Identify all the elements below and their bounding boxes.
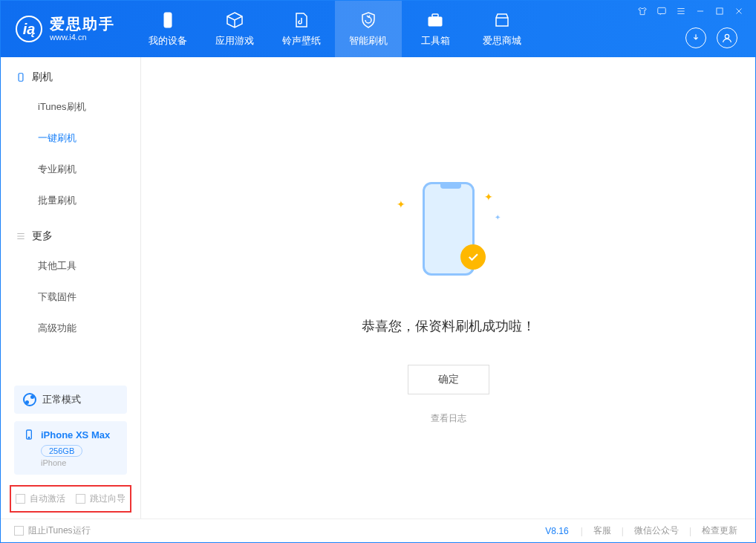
check-badge-icon [460, 244, 486, 270]
success-illustration: ✦ ✦ ✦ [367, 176, 530, 287]
maximize-icon[interactable] [714, 5, 726, 17]
nav-toolbox[interactable]: 工具箱 [402, 1, 469, 57]
version-label: V8.16 [545, 526, 568, 536]
separator: | [622, 526, 624, 536]
sidebar-item-other-tools[interactable]: 其他工具 [1, 250, 140, 282]
close-icon[interactable] [733, 5, 745, 17]
sidebar-item-advanced[interactable]: 高级功能 [1, 313, 140, 344]
cube-icon [225, 10, 244, 30]
nav-label: 我的设备 [149, 34, 187, 48]
device-capacity: 256GB [41, 445, 82, 457]
sidebar-item-pro-flash[interactable]: 专业刷机 [1, 154, 140, 185]
shield-refresh-icon [359, 10, 378, 30]
sidebar-items: 其他工具 下载固件 高级功能 [1, 250, 140, 344]
main-content: ✦ ✦ ✦ 恭喜您，保资料刷机成功啦！ 确定 查看日志 [141, 57, 755, 518]
svg-rect-6 [19, 74, 23, 82]
checkbox-label: 自动激活 [30, 492, 65, 505]
svg-rect-2 [432, 14, 438, 17]
checkbox-label: 跳过向导 [90, 492, 126, 505]
sparkle-icon: ✦ [495, 213, 501, 221]
account-button[interactable] [717, 27, 737, 48]
sidebar: 刷机 iTunes刷机 一键刷机 专业刷机 批量刷机 更多 其他工具 下载固件 … [1, 57, 141, 518]
sparkle-icon: ✦ [397, 198, 405, 210]
mode-label: 正常模式 [42, 393, 81, 406]
window-controls [633, 1, 748, 22]
device-phone-icon [23, 429, 35, 440]
header-right [633, 1, 748, 57]
sidebar-header-more: 更多 [1, 230, 140, 250]
feedback-icon[interactable] [656, 5, 668, 17]
phone-icon [16, 72, 26, 82]
minimize-icon[interactable] [694, 5, 706, 17]
nav-label: 应用游戏 [215, 34, 254, 48]
sidebar-item-download-firmware[interactable]: 下载固件 [1, 282, 140, 313]
sidebar-section-more: 更多 其他工具 下载固件 高级功能 [1, 216, 140, 344]
toolbox-icon [426, 10, 445, 30]
link-check-update[interactable]: 检查更新 [697, 524, 742, 537]
checkbox-auto-activate[interactable]: 自动激活 [16, 492, 65, 505]
spacer [1, 344, 140, 386]
mode-icon [23, 393, 36, 406]
logo-area: ią 爱思助手 www.i4.cn [1, 1, 130, 57]
sidebar-item-batch-flash[interactable]: 批量刷机 [1, 185, 140, 216]
nav-apps-games[interactable]: 应用游戏 [201, 1, 268, 57]
sidebar-item-itunes-flash[interactable]: iTunes刷机 [1, 91, 140, 123]
separator: | [689, 526, 691, 536]
header: ią 爱思助手 www.i4.cn 我的设备 应用游戏 铃声壁纸 智能刷机 [1, 1, 755, 57]
device-icon [158, 10, 177, 30]
music-file-icon [292, 10, 311, 30]
view-log-link[interactable]: 查看日志 [431, 412, 466, 425]
separator: | [581, 526, 583, 536]
nav-smart-flash[interactable]: 智能刷机 [335, 1, 402, 57]
menu-icon[interactable] [675, 5, 687, 17]
ok-button[interactable]: 确定 [408, 365, 489, 394]
app-logo-icon: ią [16, 16, 42, 42]
logo-text: 爱思助手 www.i4.cn [50, 15, 115, 42]
nav-store[interactable]: 爱思商城 [469, 1, 535, 57]
svg-rect-3 [658, 7, 666, 13]
section-title: 更多 [32, 230, 53, 243]
checkbox-block-itunes[interactable]: 阻止iTunes运行 [14, 524, 91, 537]
svg-rect-4 [717, 8, 723, 14]
svg-rect-1 [428, 17, 442, 26]
options-row: 自动激活 跳过向导 [10, 485, 131, 513]
sparkle-icon: ✦ [484, 191, 493, 203]
nav-label: 工具箱 [421, 34, 450, 48]
link-wechat[interactable]: 微信公众号 [630, 524, 683, 537]
mode-box[interactable]: 正常模式 [14, 386, 127, 414]
sidebar-items: iTunes刷机 一键刷机 专业刷机 批量刷机 [1, 91, 140, 216]
checkbox-icon [16, 494, 25, 504]
sidebar-section-flash: 刷机 iTunes刷机 一键刷机 专业刷机 批量刷机 [1, 57, 140, 216]
nav-label: 铃声壁纸 [282, 34, 321, 48]
sidebar-item-oneclick-flash[interactable]: 一键刷机 [1, 123, 140, 154]
device-name: iPhone XS Max [41, 429, 110, 440]
nav-label: 智能刷机 [349, 34, 388, 48]
app-title: 爱思助手 [50, 15, 115, 33]
nav-ringtone-wallpaper[interactable]: 铃声壁纸 [268, 1, 335, 57]
footer-right: V8.16 | 客服 | 微信公众号 | 检查更新 [545, 524, 742, 537]
checkbox-skip-guide[interactable]: 跳过向导 [76, 492, 126, 505]
list-icon [16, 231, 26, 241]
svg-point-5 [725, 34, 729, 38]
app-window: ią 爱思助手 www.i4.cn 我的设备 应用游戏 铃声壁纸 智能刷机 [0, 0, 756, 543]
nav-my-device[interactable]: 我的设备 [134, 1, 201, 57]
footer: 阻止iTunes运行 V8.16 | 客服 | 微信公众号 | 检查更新 [1, 518, 755, 542]
device-type: iPhone [41, 458, 118, 467]
device-box[interactable]: iPhone XS Max 256GB iPhone [14, 421, 127, 475]
header-actions [685, 27, 748, 57]
svg-rect-0 [164, 13, 172, 27]
checkbox-icon [14, 526, 24, 536]
success-message: 恭喜您，保资料刷机成功啦！ [362, 317, 535, 335]
svg-point-8 [28, 437, 29, 438]
nav-label: 爱思商城 [483, 34, 521, 48]
link-customer-service[interactable]: 客服 [589, 524, 616, 537]
checkbox-icon [76, 494, 85, 504]
app-subtitle: www.i4.cn [50, 33, 115, 42]
shop-icon [492, 10, 512, 30]
shirt-icon[interactable] [636, 5, 648, 17]
body: 刷机 iTunes刷机 一键刷机 专业刷机 批量刷机 更多 其他工具 下载固件 … [1, 57, 755, 518]
download-button[interactable] [685, 27, 706, 48]
checkbox-label: 阻止iTunes运行 [28, 524, 91, 537]
sidebar-header-flash: 刷机 [1, 71, 140, 91]
section-title: 刷机 [32, 71, 53, 84]
